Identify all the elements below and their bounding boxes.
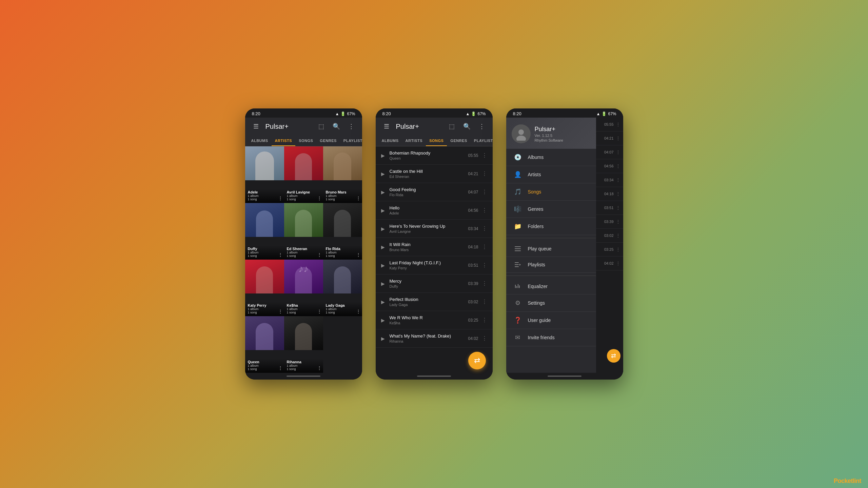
list-item[interactable]: ▶ Bohemian Rhapsody Queen 05:55 ⋮	[376, 146, 493, 165]
battery-pct-3: 67%	[608, 111, 616, 116]
more-button[interactable]: ⋮	[356, 196, 361, 201]
list-item[interactable]: ▶ Hello Adele 04:56 ⋮	[376, 201, 493, 220]
genres-icon: 🎼	[513, 205, 522, 213]
list-item[interactable]: Lady Gaga 1 album 1 song ⋮	[323, 260, 362, 316]
mini-song: 05:55 ⋮	[596, 118, 623, 131]
more-button[interactable]: ⋮	[482, 317, 487, 323]
more-button[interactable]: ⋮	[482, 152, 487, 159]
list-item[interactable]: Duffy 1 album 1 song ⋮	[245, 203, 284, 260]
song-title: Mercy	[390, 279, 468, 284]
more-button[interactable]: ⋮	[482, 335, 487, 342]
more-button[interactable]: ⋮	[482, 299, 487, 305]
list-item[interactable]: ▶ It Will Rain Bruno Mars 04:18 ⋮	[376, 238, 493, 256]
list-item[interactable]: Katy Perry 1 album 1 song ⋮	[245, 260, 284, 316]
more-button[interactable]: ⋮	[317, 309, 322, 314]
list-item[interactable]: ▶ Good Feeling Flo Rida 04:07 ⋮	[376, 183, 493, 201]
more-icon-1[interactable]: ⋮	[346, 121, 357, 132]
more-button[interactable]: ⋮	[317, 196, 322, 201]
wifi-icon-3: ▲	[596, 111, 600, 116]
svg-rect-4	[515, 250, 521, 251]
search-icon-2[interactable]: 🔍	[461, 121, 472, 132]
song-duration: 04:07	[468, 190, 478, 195]
more-button[interactable]: ⋮	[482, 262, 487, 268]
shuffle-fab-3[interactable]: ⇄	[607, 349, 620, 363]
search-icon-1[interactable]: 🔍	[331, 121, 342, 132]
more-button[interactable]: ⋮	[317, 365, 322, 371]
tab-genres-1[interactable]: GENRES	[316, 135, 340, 146]
song-duration: 03:51	[468, 263, 478, 268]
list-item[interactable]: Queen 1 album 1 song ⋮	[245, 316, 284, 373]
mini-song: 04:02 ⋮	[596, 257, 623, 270]
artist-meta: 1 album	[326, 307, 359, 311]
list-item[interactable]: Avril Lavigne 1 album 1 song ⋮	[284, 146, 323, 203]
more-button[interactable]: ⋮	[482, 207, 487, 214]
more-button[interactable]: ⋮	[482, 189, 487, 195]
list-item[interactable]: ▶ We R Who We R Ke$ha 03:25 ⋮	[376, 311, 493, 329]
tab-songs-2[interactable]: SONGS	[426, 135, 447, 146]
cast-icon-2[interactable]: ⬚	[447, 121, 457, 132]
more-button[interactable]: ⋮	[482, 225, 487, 232]
artist-meta2: 1 song	[248, 367, 281, 371]
tab-playlists-1[interactable]: PLAYLISTS	[340, 135, 362, 146]
shuffle-fab[interactable]: ⇄	[468, 352, 486, 369]
list-item[interactable]: Bruno Mars 1 album 1 song ⋮	[323, 146, 362, 203]
svg-rect-11	[518, 284, 518, 288]
song-details: Good Feeling Flo Rida	[390, 187, 468, 197]
artist-meta2: 1 song	[248, 198, 281, 201]
more-button[interactable]: ⋮	[278, 252, 283, 258]
mini-song: 03:02 ⋮	[596, 229, 623, 243]
song-artist: Rihanna	[390, 339, 468, 343]
list-item[interactable]: ▶ Mercy Duffy 03:39 ⋮	[376, 274, 493, 293]
songs-content: ▶ Bohemian Rhapsody Queen 05:55 ⋮ ▶ Cast…	[376, 146, 493, 380]
list-item[interactable]: Ed Sheeran 1 album 1 song ⋮	[284, 203, 323, 260]
tab-artists-2[interactable]: ARTISTS	[402, 135, 426, 146]
tab-genres-2[interactable]: GENRES	[447, 135, 470, 146]
list-item[interactable]: ▶ What's My Name? (feat. Drake) Rihanna …	[376, 329, 493, 348]
phone-artists: 8:20 ▲ 🔋 67% ☰ Pulsar+ ⬚ 🔍 ⋮ ALBUMS ARTI…	[245, 108, 362, 380]
tab-songs-1[interactable]: SONGS	[295, 135, 316, 146]
mini-more: ⋮	[616, 163, 620, 169]
song-artist: Katy Perry	[390, 266, 468, 270]
nav-indicator-2	[376, 373, 493, 380]
mini-song: 03:25 ⋮	[596, 243, 623, 257]
more-icon-2[interactable]: ⋮	[476, 121, 487, 132]
song-details: Here's To Never Growing Up Avril Lavigne	[390, 224, 468, 233]
tab-playlists-2[interactable]: PLAYLISTS	[471, 135, 493, 146]
list-item[interactable]: ▶ Perfect Illusion Lady Gaga 03:02 ⋮	[376, 293, 493, 311]
list-item[interactable]: ▶ Last Friday Night (T.G.I.F.) Katy Perr…	[376, 256, 493, 274]
cast-icon-1[interactable]: ⬚	[316, 121, 327, 132]
play-icon: ▶	[381, 226, 385, 231]
list-item[interactable]: ▶ Castle on the Hill Ed Sheeran 04:21 ⋮	[376, 165, 493, 183]
menu-icon-2[interactable]: ☰	[381, 121, 392, 132]
song-title: It Will Rain	[390, 242, 468, 247]
list-item[interactable]: Rihanna 1 album 1 song ⋮	[284, 316, 323, 373]
more-button[interactable]: ⋮	[278, 196, 283, 201]
battery-icon-2: 🔋	[471, 111, 476, 116]
more-button[interactable]: ⋮	[278, 309, 283, 314]
more-button[interactable]: ⋮	[356, 309, 361, 314]
song-duration: 05:55	[468, 153, 478, 158]
nav-pill-1	[287, 375, 320, 377]
song-title: We R Who We R	[390, 315, 468, 320]
more-button[interactable]: ⋮	[482, 170, 487, 177]
svg-rect-9	[515, 285, 516, 288]
list-item[interactable]: Adele 1 album 1 song ⋮	[245, 146, 284, 203]
tab-albums-2[interactable]: ALBUMS	[378, 135, 402, 146]
list-item[interactable]: ♪♪ Ke$ha 1 album 1 song ⋮	[284, 260, 323, 316]
more-button[interactable]: ⋮	[278, 365, 283, 371]
song-title: Hello	[390, 205, 468, 210]
more-button[interactable]: ⋮	[482, 280, 487, 287]
play-icon: ▶	[381, 336, 385, 341]
list-item[interactable]: Flo Rida 1 album 1 song ⋮	[323, 203, 362, 260]
settings-icon: ⚙	[513, 299, 522, 307]
list-item[interactable]: ▶ Here's To Never Growing Up Avril Lavig…	[376, 220, 493, 238]
more-button[interactable]: ⋮	[482, 244, 487, 250]
tab-artists-1[interactable]: ARTISTS	[272, 135, 296, 146]
more-button[interactable]: ⋮	[356, 252, 361, 258]
drawer-content: Pulsar+ Ver. 1.12.5 Rhythm Software 💿 Al…	[506, 118, 623, 373]
artists-content: Adele 1 album 1 song ⋮ Avril Lavigne 1 a…	[245, 146, 362, 380]
tab-albums-1[interactable]: ALBUMS	[248, 135, 272, 146]
menu-icon-1[interactable]: ☰	[251, 121, 261, 132]
more-button[interactable]: ⋮	[317, 252, 322, 258]
artist-meta: 1 album	[326, 194, 359, 198]
